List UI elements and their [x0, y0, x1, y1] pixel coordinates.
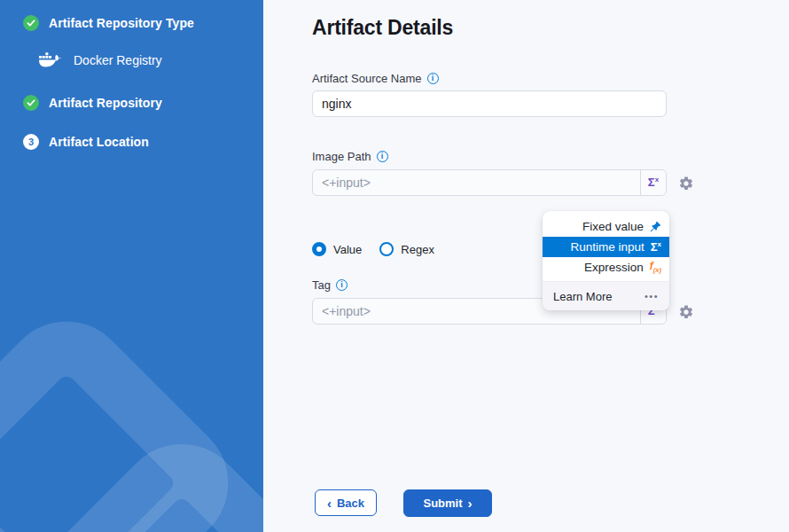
radio-option-value[interactable]: Value: [312, 242, 362, 256]
menu-footer-learn-more[interactable]: Learn More •••: [543, 281, 669, 310]
sidebar-step-artifact-repository[interactable]: Artifact Repository: [23, 95, 162, 111]
chevron-right-icon: ›: [468, 497, 473, 510]
tag-label: Tag i: [312, 278, 348, 292]
radio-option-regex[interactable]: Regex: [379, 242, 434, 256]
back-button[interactable]: ‹ Back: [315, 489, 377, 516]
radio-unselected-icon[interactable]: [379, 242, 394, 256]
sidebar-step-artifact-location[interactable]: 3 Artifact Location: [23, 134, 149, 150]
artifact-details-panel: Artifact Details Artifact Source Name i …: [263, 0, 789, 532]
wizard-sidebar: Artifact Repository Type Docker Registry…: [0, 0, 263, 532]
back-button-label: Back: [337, 497, 364, 510]
info-icon[interactable]: i: [377, 151, 388, 162]
menu-item-label: Fixed value: [582, 220, 644, 233]
info-icon[interactable]: i: [427, 73, 439, 84]
check-circle-icon: [23, 95, 39, 111]
page-title: Artifact Details: [312, 16, 453, 40]
image-path-label: Image Path i: [312, 150, 388, 163]
input-type-options: Fixed value Runtime input Σx Expression …: [543, 211, 669, 278]
menu-item-label: Expression: [584, 261, 644, 274]
submit-button[interactable]: Submit ›: [403, 489, 492, 517]
substep-label: Docker Registry: [74, 53, 162, 67]
image-path-input[interactable]: [312, 169, 667, 196]
docker-whale-icon: [39, 52, 62, 68]
step-number-badge: 3: [23, 134, 39, 150]
menu-item-expression[interactable]: Expression f(x): [543, 257, 669, 278]
pin-icon: [650, 221, 661, 232]
sidebar-substep-docker-registry[interactable]: Docker Registry: [39, 52, 162, 68]
step-label: Artifact Location: [49, 135, 149, 149]
submit-button-label: Submit: [423, 497, 462, 510]
fx-icon: f(x): [650, 260, 661, 274]
menu-item-runtime-input[interactable]: Runtime input Σx: [543, 237, 669, 257]
step-label: Artifact Repository: [49, 96, 162, 110]
chevron-left-icon: ‹: [327, 497, 332, 510]
source-name-input[interactable]: [312, 90, 667, 117]
field-label-text: Tag: [312, 278, 331, 292]
ellipsis-icon: •••: [644, 291, 659, 301]
field-label-text: Artifact Source Name: [312, 72, 422, 85]
runtime-input-type-button[interactable]: Σx: [640, 170, 666, 195]
radio-selected-icon[interactable]: [312, 242, 326, 256]
menu-item-fixed-value[interactable]: Fixed value: [543, 216, 669, 237]
radio-label: Value: [333, 243, 362, 256]
step-label: Artifact Repository Type: [49, 16, 194, 30]
learn-more-label: Learn More: [553, 290, 612, 303]
info-icon[interactable]: i: [336, 279, 348, 291]
sigma-icon: Σx: [651, 240, 661, 254]
image-path-settings-gear-icon[interactable]: [678, 176, 694, 192]
radio-label: Regex: [401, 243, 434, 256]
input-type-dropdown-menu: Fixed value Runtime input Σx Expression …: [543, 211, 669, 310]
tag-type-radio-group: Value Regex: [312, 242, 434, 256]
tag-settings-gear-icon[interactable]: [678, 304, 694, 320]
source-name-label: Artifact Source Name i: [312, 72, 439, 85]
sigma-icon: Σx: [648, 176, 659, 189]
check-circle-icon: [23, 15, 39, 31]
sidebar-step-artifact-repository-type[interactable]: Artifact Repository Type: [23, 15, 194, 31]
field-label-text: Image Path: [312, 150, 371, 163]
image-path-input-wrap: Σx: [312, 169, 667, 196]
menu-item-label: Runtime input: [570, 240, 644, 254]
source-name-input-wrap: [312, 90, 667, 117]
